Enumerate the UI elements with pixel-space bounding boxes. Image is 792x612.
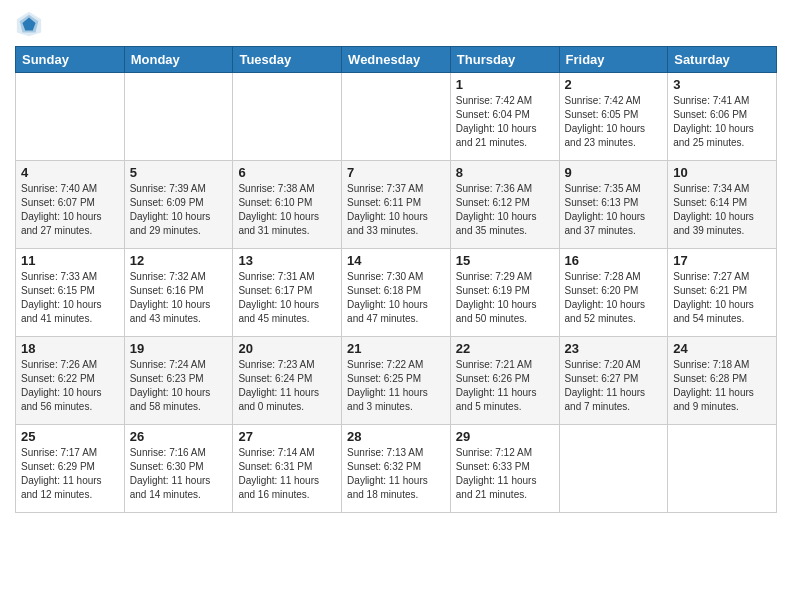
calendar-cell: 13Sunrise: 7:31 AM Sunset: 6:17 PM Dayli…: [233, 249, 342, 337]
week-row-5: 25Sunrise: 7:17 AM Sunset: 6:29 PM Dayli…: [16, 425, 777, 513]
day-number: 2: [565, 77, 663, 92]
day-number: 14: [347, 253, 445, 268]
col-header-wednesday: Wednesday: [342, 47, 451, 73]
logo: [15, 10, 47, 38]
col-header-saturday: Saturday: [668, 47, 777, 73]
calendar-cell: 16Sunrise: 7:28 AM Sunset: 6:20 PM Dayli…: [559, 249, 668, 337]
day-number: 17: [673, 253, 771, 268]
logo-icon: [15, 10, 43, 38]
day-info: Sunrise: 7:30 AM Sunset: 6:18 PM Dayligh…: [347, 270, 445, 326]
day-info: Sunrise: 7:14 AM Sunset: 6:31 PM Dayligh…: [238, 446, 336, 502]
day-number: 18: [21, 341, 119, 356]
calendar-cell: 23Sunrise: 7:20 AM Sunset: 6:27 PM Dayli…: [559, 337, 668, 425]
calendar-cell: 7Sunrise: 7:37 AM Sunset: 6:11 PM Daylig…: [342, 161, 451, 249]
calendar-cell: 21Sunrise: 7:22 AM Sunset: 6:25 PM Dayli…: [342, 337, 451, 425]
day-info: Sunrise: 7:22 AM Sunset: 6:25 PM Dayligh…: [347, 358, 445, 414]
day-info: Sunrise: 7:29 AM Sunset: 6:19 PM Dayligh…: [456, 270, 554, 326]
day-info: Sunrise: 7:42 AM Sunset: 6:05 PM Dayligh…: [565, 94, 663, 150]
calendar-cell: [233, 73, 342, 161]
day-number: 21: [347, 341, 445, 356]
calendar-header-row: SundayMondayTuesdayWednesdayThursdayFrid…: [16, 47, 777, 73]
week-row-3: 11Sunrise: 7:33 AM Sunset: 6:15 PM Dayli…: [16, 249, 777, 337]
day-number: 8: [456, 165, 554, 180]
day-number: 25: [21, 429, 119, 444]
week-row-1: 1Sunrise: 7:42 AM Sunset: 6:04 PM Daylig…: [16, 73, 777, 161]
day-number: 28: [347, 429, 445, 444]
calendar-cell: 22Sunrise: 7:21 AM Sunset: 6:26 PM Dayli…: [450, 337, 559, 425]
calendar-cell: 29Sunrise: 7:12 AM Sunset: 6:33 PM Dayli…: [450, 425, 559, 513]
calendar-cell: [342, 73, 451, 161]
calendar-cell: 26Sunrise: 7:16 AM Sunset: 6:30 PM Dayli…: [124, 425, 233, 513]
col-header-monday: Monday: [124, 47, 233, 73]
calendar-cell: 10Sunrise: 7:34 AM Sunset: 6:14 PM Dayli…: [668, 161, 777, 249]
day-info: Sunrise: 7:16 AM Sunset: 6:30 PM Dayligh…: [130, 446, 228, 502]
calendar-cell: 28Sunrise: 7:13 AM Sunset: 6:32 PM Dayli…: [342, 425, 451, 513]
day-info: Sunrise: 7:40 AM Sunset: 6:07 PM Dayligh…: [21, 182, 119, 238]
calendar-cell: 17Sunrise: 7:27 AM Sunset: 6:21 PM Dayli…: [668, 249, 777, 337]
calendar-cell: 18Sunrise: 7:26 AM Sunset: 6:22 PM Dayli…: [16, 337, 125, 425]
day-number: 23: [565, 341, 663, 356]
calendar-table: SundayMondayTuesdayWednesdayThursdayFrid…: [15, 46, 777, 513]
week-row-4: 18Sunrise: 7:26 AM Sunset: 6:22 PM Dayli…: [16, 337, 777, 425]
day-number: 22: [456, 341, 554, 356]
day-info: Sunrise: 7:21 AM Sunset: 6:26 PM Dayligh…: [456, 358, 554, 414]
day-number: 6: [238, 165, 336, 180]
day-number: 15: [456, 253, 554, 268]
calendar-cell: 4Sunrise: 7:40 AM Sunset: 6:07 PM Daylig…: [16, 161, 125, 249]
day-info: Sunrise: 7:41 AM Sunset: 6:06 PM Dayligh…: [673, 94, 771, 150]
day-info: Sunrise: 7:39 AM Sunset: 6:09 PM Dayligh…: [130, 182, 228, 238]
day-number: 10: [673, 165, 771, 180]
day-number: 27: [238, 429, 336, 444]
day-info: Sunrise: 7:38 AM Sunset: 6:10 PM Dayligh…: [238, 182, 336, 238]
col-header-thursday: Thursday: [450, 47, 559, 73]
col-header-friday: Friday: [559, 47, 668, 73]
calendar-cell: 6Sunrise: 7:38 AM Sunset: 6:10 PM Daylig…: [233, 161, 342, 249]
day-info: Sunrise: 7:23 AM Sunset: 6:24 PM Dayligh…: [238, 358, 336, 414]
day-info: Sunrise: 7:17 AM Sunset: 6:29 PM Dayligh…: [21, 446, 119, 502]
day-number: 9: [565, 165, 663, 180]
col-header-sunday: Sunday: [16, 47, 125, 73]
calendar-cell: 5Sunrise: 7:39 AM Sunset: 6:09 PM Daylig…: [124, 161, 233, 249]
calendar-cell: [16, 73, 125, 161]
calendar-cell: 3Sunrise: 7:41 AM Sunset: 6:06 PM Daylig…: [668, 73, 777, 161]
day-info: Sunrise: 7:12 AM Sunset: 6:33 PM Dayligh…: [456, 446, 554, 502]
day-info: Sunrise: 7:31 AM Sunset: 6:17 PM Dayligh…: [238, 270, 336, 326]
calendar-cell: 11Sunrise: 7:33 AM Sunset: 6:15 PM Dayli…: [16, 249, 125, 337]
calendar-cell: 9Sunrise: 7:35 AM Sunset: 6:13 PM Daylig…: [559, 161, 668, 249]
day-info: Sunrise: 7:24 AM Sunset: 6:23 PM Dayligh…: [130, 358, 228, 414]
day-info: Sunrise: 7:36 AM Sunset: 6:12 PM Dayligh…: [456, 182, 554, 238]
day-info: Sunrise: 7:18 AM Sunset: 6:28 PM Dayligh…: [673, 358, 771, 414]
calendar-cell: 8Sunrise: 7:36 AM Sunset: 6:12 PM Daylig…: [450, 161, 559, 249]
page: SundayMondayTuesdayWednesdayThursdayFrid…: [0, 0, 792, 612]
calendar-cell: 25Sunrise: 7:17 AM Sunset: 6:29 PM Dayli…: [16, 425, 125, 513]
day-info: Sunrise: 7:20 AM Sunset: 6:27 PM Dayligh…: [565, 358, 663, 414]
day-number: 26: [130, 429, 228, 444]
day-info: Sunrise: 7:33 AM Sunset: 6:15 PM Dayligh…: [21, 270, 119, 326]
calendar-cell: [668, 425, 777, 513]
day-number: 7: [347, 165, 445, 180]
col-header-tuesday: Tuesday: [233, 47, 342, 73]
day-number: 11: [21, 253, 119, 268]
day-number: 5: [130, 165, 228, 180]
day-number: 19: [130, 341, 228, 356]
calendar-cell: [559, 425, 668, 513]
day-info: Sunrise: 7:37 AM Sunset: 6:11 PM Dayligh…: [347, 182, 445, 238]
day-number: 29: [456, 429, 554, 444]
day-info: Sunrise: 7:32 AM Sunset: 6:16 PM Dayligh…: [130, 270, 228, 326]
day-number: 20: [238, 341, 336, 356]
day-info: Sunrise: 7:27 AM Sunset: 6:21 PM Dayligh…: [673, 270, 771, 326]
day-number: 13: [238, 253, 336, 268]
day-number: 16: [565, 253, 663, 268]
calendar-cell: 20Sunrise: 7:23 AM Sunset: 6:24 PM Dayli…: [233, 337, 342, 425]
day-info: Sunrise: 7:34 AM Sunset: 6:14 PM Dayligh…: [673, 182, 771, 238]
calendar-cell: 1Sunrise: 7:42 AM Sunset: 6:04 PM Daylig…: [450, 73, 559, 161]
day-info: Sunrise: 7:42 AM Sunset: 6:04 PM Dayligh…: [456, 94, 554, 150]
day-info: Sunrise: 7:28 AM Sunset: 6:20 PM Dayligh…: [565, 270, 663, 326]
day-number: 12: [130, 253, 228, 268]
week-row-2: 4Sunrise: 7:40 AM Sunset: 6:07 PM Daylig…: [16, 161, 777, 249]
calendar-cell: 19Sunrise: 7:24 AM Sunset: 6:23 PM Dayli…: [124, 337, 233, 425]
day-number: 4: [21, 165, 119, 180]
calendar-cell: 24Sunrise: 7:18 AM Sunset: 6:28 PM Dayli…: [668, 337, 777, 425]
day-info: Sunrise: 7:26 AM Sunset: 6:22 PM Dayligh…: [21, 358, 119, 414]
calendar-cell: 15Sunrise: 7:29 AM Sunset: 6:19 PM Dayli…: [450, 249, 559, 337]
